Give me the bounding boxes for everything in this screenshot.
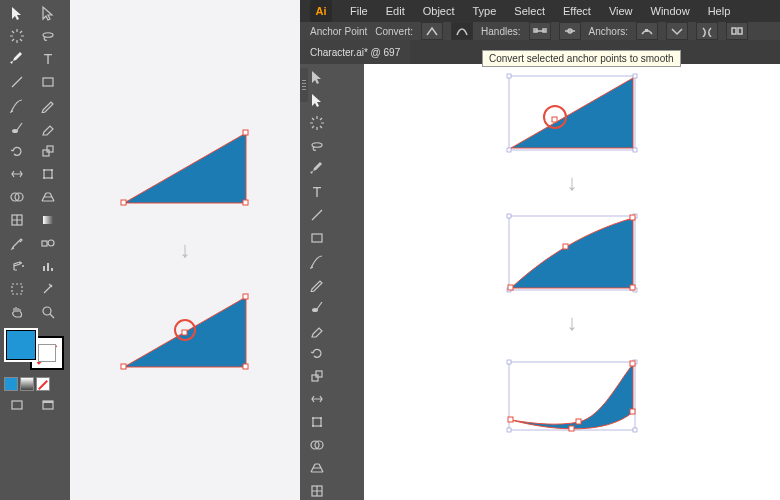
slice-tool[interactable] [33,278,63,300]
eraser-tool[interactable] [302,319,332,341]
type-tool[interactable]: T [33,48,63,70]
change-screen-mode[interactable] [33,394,63,416]
fill-stroke-swatch[interactable] [4,328,64,370]
paintbrush-tool[interactable] [2,94,32,116]
pen-tool[interactable] [302,158,332,180]
curved-shape-2[interactable] [507,354,637,432]
scale-tool[interactable] [302,365,332,387]
eyedropper-tool[interactable] [2,232,32,254]
shape-builder-tool[interactable] [2,186,32,208]
align-anchor-button[interactable] [726,22,748,40]
width-tool[interactable] [302,388,332,410]
free-transform-tool[interactable] [33,163,63,185]
convert-to-smooth-button[interactable] [451,22,473,40]
svg-rect-31 [243,130,248,135]
svg-point-51 [312,417,314,419]
svg-point-9 [43,177,45,179]
rotate-tool[interactable] [2,140,32,162]
mesh-tool[interactable] [302,480,332,500]
triangle-with-anchor[interactable] [507,74,637,152]
gradient-tool[interactable] [33,209,63,231]
menu-object[interactable]: Object [423,5,455,17]
svg-rect-48 [312,375,318,381]
lasso-tool[interactable] [33,25,63,47]
screen-mode-normal[interactable] [2,394,32,416]
blob-brush-tool[interactable] [302,296,332,318]
type-tool[interactable]: T [302,181,332,203]
document-tab[interactable]: Character.ai* @ 697 [300,40,410,64]
menu-select[interactable]: Select [514,5,545,17]
menu-help[interactable]: Help [708,5,731,17]
width-tool[interactable] [2,163,32,185]
cut-path-button[interactable] [696,22,718,40]
mesh-tool[interactable] [2,209,32,231]
rotate-tool[interactable] [302,342,332,364]
blend-tool[interactable] [33,232,63,254]
lasso-tool[interactable] [302,135,332,157]
svg-rect-36 [182,330,187,335]
pencil-tool[interactable] [302,273,332,295]
svg-rect-4 [43,150,49,156]
menu-edit[interactable]: Edit [386,5,405,17]
triangle-shape-1[interactable] [120,129,250,207]
triangle-shape-2[interactable] [120,293,250,371]
svg-rect-19 [43,266,45,271]
shape-builder-tool[interactable] [302,434,332,456]
svg-point-10 [51,177,53,179]
svg-point-17 [20,262,22,264]
column-graph-tool[interactable] [33,255,63,277]
svg-line-24 [50,314,54,318]
artboard-tool[interactable] [2,278,32,300]
svg-rect-91 [508,417,513,422]
svg-line-1 [12,77,22,87]
arrow-down-icon: ↓ [180,237,191,263]
svg-rect-82 [508,285,513,290]
menu-file[interactable]: File [350,5,368,17]
control-bar: Anchor Point Convert: Handles: Anchors: … [300,22,780,40]
svg-rect-89 [507,428,511,432]
color-mode-solid[interactable] [4,377,18,391]
hide-handles-button[interactable] [559,22,581,40]
toolbox-left: T [0,0,70,500]
line-tool[interactable] [302,204,332,226]
magic-wand-tool[interactable] [302,112,332,134]
magic-wand-tool[interactable] [2,25,32,47]
remove-anchor-button[interactable] [636,22,658,40]
blob-brush-tool[interactable] [2,117,32,139]
zoom-tool[interactable] [33,301,63,323]
svg-rect-33 [121,364,126,369]
direct-selection-tool[interactable] [33,2,63,24]
rectangle-tool[interactable] [302,227,332,249]
hand-tool[interactable] [2,301,32,323]
color-mode-none[interactable] [36,377,50,391]
show-handles-button[interactable] [529,22,551,40]
svg-point-54 [320,425,322,427]
eraser-tool[interactable] [33,117,63,139]
menu-type[interactable]: Type [473,5,497,17]
perspective-grid-tool[interactable] [33,186,63,208]
scale-tool[interactable] [33,140,63,162]
menu-effect[interactable]: Effect [563,5,591,17]
svg-rect-90 [633,428,637,432]
free-transform-tool[interactable] [302,411,332,433]
perspective-grid-tool[interactable] [302,457,332,479]
menu-window[interactable]: Window [651,5,690,17]
rectangle-tool[interactable] [33,71,63,93]
color-mode-gradient[interactable] [20,377,34,391]
svg-rect-72 [633,74,637,78]
svg-point-16 [48,240,54,246]
panel-drag-handle[interactable] [300,68,308,102]
svg-rect-34 [243,364,248,369]
pencil-tool[interactable] [33,94,63,116]
connect-anchor-button[interactable] [666,22,688,40]
convert-to-corner-button[interactable] [421,22,443,40]
selection-tool[interactable] [2,2,32,24]
svg-point-18 [22,265,24,267]
symbol-sprayer-tool[interactable] [2,255,32,277]
svg-rect-85 [563,244,568,249]
paintbrush-tool[interactable] [302,250,332,272]
pen-tool[interactable] [2,48,32,70]
line-tool[interactable] [2,71,32,93]
menu-view[interactable]: View [609,5,633,17]
curved-shape-1[interactable] [507,214,637,292]
